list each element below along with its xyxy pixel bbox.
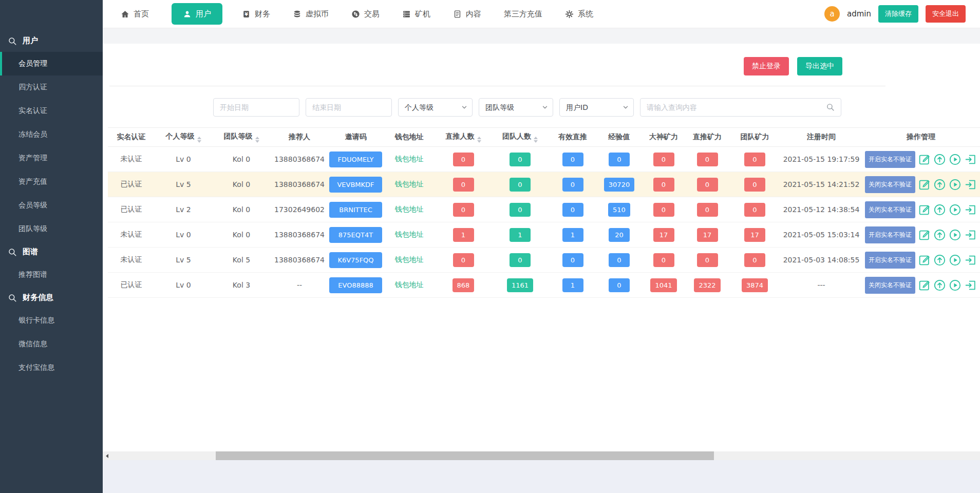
toggle-realname-button[interactable]: 关闭实名不验证	[865, 201, 915, 218]
cell-personal-level: Lv 5	[155, 248, 212, 273]
toggle-realname-button[interactable]: 开启实名不验证	[865, 252, 915, 269]
filter-select-user-id[interactable]: 用户ID	[559, 98, 634, 117]
row-play-button[interactable]	[949, 254, 962, 267]
cell-direct-power: 17	[686, 222, 729, 248]
scrollbar-left-arrow-icon[interactable]	[103, 451, 111, 460]
wallet-address-link[interactable]: 钱包地址	[395, 255, 424, 263]
sort-desc-icon[interactable]	[197, 140, 201, 143]
col-team-level[interactable]: 团队等级	[212, 128, 271, 147]
upload-icon	[933, 254, 946, 267]
sidebar-item-member-level[interactable]: 会员等级	[0, 194, 103, 217]
filter-select-personal-level[interactable]: 个人等级	[398, 98, 473, 117]
row-play-button[interactable]	[949, 178, 962, 191]
sidebar-section-title-users[interactable]: 用户	[0, 30, 103, 52]
col-direct-count[interactable]: 直推人数	[435, 128, 492, 147]
row-upload-button[interactable]	[933, 279, 946, 292]
row-enter-button[interactable]	[964, 254, 977, 267]
row-edit-button[interactable]	[918, 203, 931, 216]
col-team-count[interactable]: 团队人数	[492, 128, 549, 147]
row-upload-button[interactable]	[933, 254, 946, 267]
nav-item-system[interactable]: 系统	[565, 9, 593, 19]
row-enter-button[interactable]	[964, 178, 977, 191]
cell-text: 13880368674	[274, 155, 325, 163]
nav-item-finance[interactable]: ¥财务	[242, 9, 270, 19]
row-upload-button[interactable]	[933, 178, 946, 191]
row-play-button[interactable]	[949, 153, 962, 166]
sort-asc-icon[interactable]	[197, 137, 201, 139]
sort-desc-icon[interactable]	[477, 140, 481, 143]
nav-item-content[interactable]: 内容	[453, 9, 481, 19]
nav-item-third-party-recharge[interactable]: 第三方充值	[504, 9, 542, 19]
start-date-input[interactable]	[213, 98, 299, 117]
cell-god-power: 17	[642, 222, 686, 248]
col-personal-level[interactable]: 个人等级	[155, 128, 212, 147]
nav-item-users[interactable]: 用户	[172, 3, 222, 25]
nav-item-crypto[interactable]: 虚拟币	[293, 9, 329, 19]
sort-asc-icon[interactable]	[255, 137, 259, 139]
clear-cache-button[interactable]: 清除缓存	[878, 5, 918, 23]
row-play-button[interactable]	[949, 279, 962, 292]
sidebar-item-frozen-members[interactable]: 冻结会员	[0, 123, 103, 146]
row-play-button[interactable]	[949, 203, 962, 216]
cell-invite-code: BRNITTEC	[328, 197, 383, 222]
sidebar-item-asset-management[interactable]: 资产管理	[0, 146, 103, 170]
wallet-address-link[interactable]: 钱包地址	[395, 205, 424, 213]
nav-item-home[interactable]: 首页	[121, 9, 149, 19]
sort-icon[interactable]	[477, 137, 481, 143]
row-edit-button[interactable]	[918, 153, 931, 166]
nav-item-miner[interactable]: 矿机	[402, 9, 430, 19]
sidebar-item-member-management[interactable]: 会员管理	[0, 52, 103, 75]
sort-desc-icon[interactable]	[534, 140, 538, 143]
sidebar-section-title-graph[interactable]: 图谱	[0, 241, 103, 263]
row-edit-button[interactable]	[918, 229, 931, 241]
search-input[interactable]	[640, 98, 841, 117]
row-upload-button[interactable]	[933, 153, 946, 166]
nav-item-trade[interactable]: 交易	[351, 9, 380, 19]
table-row: 未认证Lv 5Kol 513880368674K6V75FQQ钱包地址00000…	[108, 248, 980, 273]
sort-icon[interactable]	[534, 137, 538, 143]
sidebar-item-wechat-info[interactable]: 微信信息	[0, 332, 103, 356]
row-edit-button[interactable]	[918, 279, 931, 292]
ban-login-button[interactable]: 禁止登录	[744, 57, 789, 75]
row-upload-button[interactable]	[933, 203, 946, 216]
toggle-realname-button[interactable]: 开启实名不验证	[865, 151, 915, 168]
sort-desc-icon[interactable]	[255, 140, 259, 143]
row-edit-button[interactable]	[918, 254, 931, 267]
sidebar-section-title-finance-info[interactable]: 财务信息	[0, 287, 103, 309]
row-edit-button[interactable]	[918, 178, 931, 191]
sort-icon[interactable]	[255, 137, 259, 143]
filter-select-team-level[interactable]: 团队等级	[479, 98, 553, 117]
sidebar-item-referral-graph[interactable]: 推荐图谱	[0, 263, 103, 287]
export-selected-button[interactable]: 导出选中	[797, 57, 842, 75]
horizontal-scrollbar[interactable]	[103, 451, 980, 460]
avatar[interactable]: a	[824, 6, 840, 22]
row-upload-button[interactable]	[933, 229, 946, 241]
sidebar-item-alipay-info[interactable]: 支付宝信息	[0, 356, 103, 380]
toggle-realname-button[interactable]: 关闭实名不验证	[865, 277, 915, 294]
toggle-realname-button[interactable]: 关闭实名不验证	[865, 176, 915, 193]
cell-team-power: 0	[729, 172, 781, 197]
team-count-badge: 0	[510, 178, 531, 192]
row-enter-button[interactable]	[964, 153, 977, 166]
wallet-address-link[interactable]: 钱包地址	[395, 155, 424, 163]
sidebar-item-four-party-auth[interactable]: 四方认证	[0, 75, 103, 99]
wallet-address-link[interactable]: 钱包地址	[395, 180, 424, 188]
sort-asc-icon[interactable]	[477, 137, 481, 139]
sidebar-item-real-name-auth[interactable]: 实名认证	[0, 99, 103, 123]
scrollbar-thumb[interactable]	[216, 451, 714, 460]
sort-asc-icon[interactable]	[534, 137, 538, 139]
sidebar-item-bank-card-info[interactable]: 银行卡信息	[0, 309, 103, 332]
end-date-input[interactable]	[306, 98, 392, 117]
sidebar-item-team-level[interactable]: 团队等级	[0, 217, 103, 241]
wallet-address-link[interactable]: 钱包地址	[395, 280, 424, 289]
sort-icon[interactable]	[197, 137, 201, 143]
row-enter-button[interactable]	[964, 203, 977, 216]
row-play-button[interactable]	[949, 229, 962, 241]
wallet-address-link[interactable]: 钱包地址	[395, 230, 424, 238]
cell-invite-code: EVO88888	[328, 273, 383, 298]
toggle-realname-button[interactable]: 开启实名不验证	[865, 226, 915, 243]
sidebar-item-asset-recharge[interactable]: 资产充值	[0, 170, 103, 194]
row-enter-button[interactable]	[964, 279, 977, 292]
logout-button[interactable]: 安全退出	[926, 5, 966, 23]
row-enter-button[interactable]	[964, 229, 977, 241]
